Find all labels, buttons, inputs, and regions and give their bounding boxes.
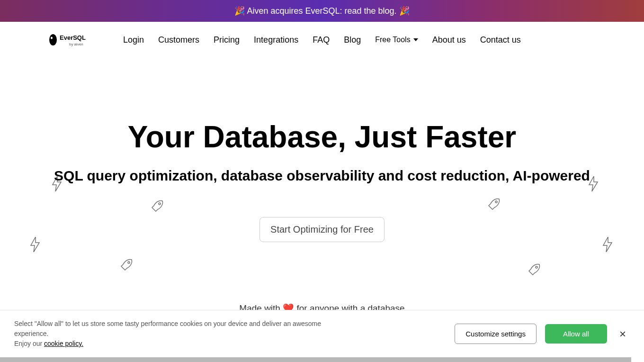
rocket-icon — [118, 257, 134, 273]
nav-blog[interactable]: Blog — [344, 35, 361, 45]
hero-subtitle: SQL query optimization, database observa… — [19, 168, 625, 184]
svg-point-1 — [51, 37, 53, 39]
lightning-icon — [29, 237, 41, 252]
cookie-text: Select "Allow all" to let us store some … — [14, 319, 346, 323]
lightning-icon — [602, 237, 613, 252]
nav-faq[interactable]: FAQ — [313, 35, 330, 45]
eversql-logo-icon: EverSQL by aiven — [47, 32, 95, 47]
nav-free-tools[interactable]: Free Tools — [375, 36, 418, 44]
announcement-link[interactable]: 🎉 Aiven acquires EverSQL: read the blog.… — [234, 6, 409, 16]
lightning-icon — [588, 176, 599, 191]
hero-title: Your Database, Just Faster — [19, 119, 625, 154]
cookie-consent-bar: Select "Allow all" to let us store some … — [0, 310, 644, 323]
lightning-icon — [51, 176, 63, 191]
announcement-banner[interactable]: 🎉 Aiven acquires EverSQL: read the blog.… — [0, 0, 644, 22]
nav-contact[interactable]: Contact us — [480, 35, 521, 45]
caret-down-icon — [413, 38, 418, 41]
cookie-line1: Select "Allow all" to let us store some … — [14, 320, 321, 323]
logo[interactable]: EverSQL by aiven — [47, 32, 95, 47]
rocket-icon — [486, 196, 502, 212]
svg-text:by aiven: by aiven — [69, 42, 83, 46]
hero-section: Your Database, Just Faster SQL query opt… — [0, 58, 644, 323]
rocket-icon — [149, 198, 165, 214]
top-nav: EverSQL by aiven Login Customers Pricing… — [0, 22, 644, 58]
nav-links: Login Customers Pricing Integrations FAQ… — [123, 35, 521, 45]
start-optimizing-button[interactable]: Start Optimizing for Free — [259, 217, 385, 242]
svg-point-0 — [49, 34, 57, 45]
nav-free-tools-label: Free Tools — [375, 36, 410, 44]
rocket-icon — [526, 262, 542, 278]
nav-customers[interactable]: Customers — [158, 35, 199, 45]
nav-about[interactable]: About us — [432, 35, 466, 45]
nav-integrations[interactable]: Integrations — [254, 35, 298, 45]
svg-text:EverSQL: EverSQL — [60, 34, 86, 41]
nav-pricing[interactable]: Pricing — [214, 35, 240, 45]
nav-login[interactable]: Login — [123, 35, 144, 45]
